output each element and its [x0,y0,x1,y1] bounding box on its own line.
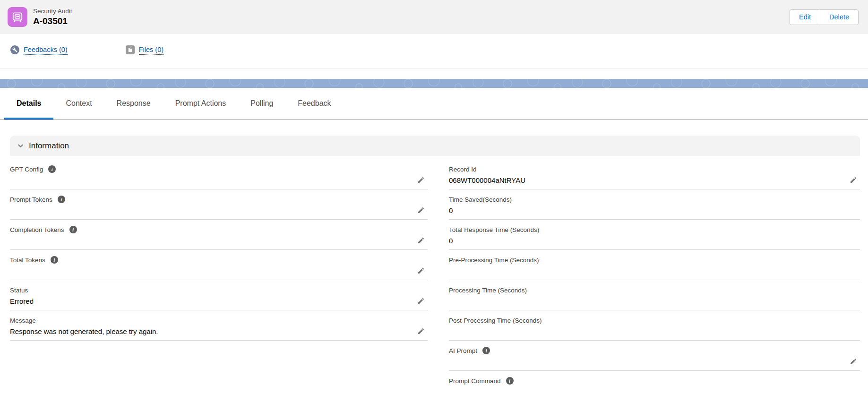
field-row-prompt-tokens: Prompt Tokens i [10,189,428,220]
edit-field-pencil-icon[interactable] [417,327,425,335]
field-label-line: Prompt Command i [449,377,838,385]
edit-field-pencil-icon[interactable] [417,267,425,275]
field-label-line: Record Id i [449,165,838,173]
wrench-icon [10,45,19,54]
field-value [10,204,406,216]
field-column-right: Record Id i 068WT000004aNtRYAU Time Save… [449,159,860,394]
info-icon[interactable]: i [48,165,56,173]
field-row-pre-processing-time-seconds: Pre-Processing Time (Seconds) i [449,250,860,280]
safe-icon [11,11,24,23]
field-label: Status [10,287,28,294]
security-audit-object-icon [8,7,27,27]
tab-context[interactable]: Context [53,87,104,120]
edit-field-pencil-icon[interactable] [417,237,425,245]
tab-feedback[interactable]: Feedback [285,87,343,120]
field-label: AI Prompt [449,347,477,354]
field-value [449,385,838,394]
information-section: Information GPT Config i Prompt Tokens i [10,136,860,394]
delete-button[interactable]: Delete [820,9,859,25]
field-label-line: Pre-Processing Time (Seconds) i [449,256,838,264]
field-label-line: Time Saved(Seconds) i [449,195,838,204]
field-label-line: Total Response Time (Seconds) i [449,225,838,234]
edit-field-pencil-icon[interactable] [417,176,425,184]
field-label: Message [10,317,36,324]
info-icon[interactable]: i [506,377,514,385]
tab-bar: DetailsContextResponsePrompt ActionsPoll… [0,88,868,120]
edit-field-pencil-icon[interactable] [417,206,425,214]
file-icon [126,45,135,54]
field-value [449,294,838,307]
field-column-left: GPT Config i Prompt Tokens i Completion … [10,159,428,394]
field-label-line: GPT Config i [10,165,406,173]
field-label: Pre-Processing Time (Seconds) [449,257,539,264]
edit-field-pencil-icon[interactable] [417,297,425,305]
content-card: DetailsContextResponsePrompt ActionsPoll… [0,88,868,394]
field-value: Response was not generated, please try a… [10,325,406,337]
field-label-line: Total Tokens i [10,256,406,264]
field-row-status: Status i Errored [10,280,428,310]
field-label-line: AI Prompt i [449,346,838,355]
field-label-line: Status i [10,286,406,294]
decorative-band [0,79,868,88]
field-value [10,234,406,247]
info-icon[interactable]: i [69,226,77,233]
section-title: Information [29,141,69,151]
info-icon[interactable]: i [482,347,490,354]
tab-details[interactable]: Details [4,87,53,120]
field-label-line: Processing Time (Seconds) i [449,286,838,294]
field-row-ai-prompt: AI Prompt i [449,341,860,371]
field-value: 068WT000004aNtRYAU [449,173,838,186]
field-label: Post-Processing Time (Seconds) [449,317,542,324]
field-label: Prompt Tokens [10,196,52,203]
field-value: Errored [10,294,406,307]
related-list-link-feedbacks[interactable]: Feedbacks (0) [10,45,68,55]
field-row-gpt-config: GPT Config i [10,159,428,189]
info-icon[interactable]: i [58,196,65,203]
edit-field-pencil-icon[interactable] [849,358,857,366]
edit-button[interactable]: Edit [790,9,820,25]
field-label: Total Response Time (Seconds) [449,226,539,233]
field-label-line: Post-Processing Time (Seconds) i [449,316,838,325]
record-name: A-03501 [33,16,72,27]
field-label: GPT Config [10,166,43,173]
field-value: 0 [449,204,838,216]
field-value [10,173,406,186]
title-block: Security Audit A-03501 [33,7,72,27]
field-label: Prompt Command [449,377,501,385]
field-value [449,325,838,337]
field-label: Completion Tokens [10,226,64,233]
field-label: Processing Time (Seconds) [449,287,527,294]
field-row-total-response-time-seconds: Total Response Time (Seconds) i 0 [449,220,860,250]
record-action-buttons: Edit Delete [790,9,859,25]
tab-polling[interactable]: Polling [238,87,285,120]
field-label-line: Message i [10,316,406,325]
record-header: Security Audit A-03501 Edit Delete [0,0,868,34]
spacer [0,69,868,79]
tab-prompt-actions[interactable]: Prompt Actions [163,87,239,120]
field-value [449,264,838,277]
record-page: Security Audit A-03501 Edit Delete Feedb… [0,0,868,394]
field-value: 0 [449,234,838,247]
object-label: Security Audit [33,7,72,15]
field-value [449,355,838,368]
field-value [10,264,406,277]
edit-field-pencil-icon[interactable] [849,176,857,184]
field-label-line: Prompt Tokens i [10,195,406,204]
field-grid: GPT Config i Prompt Tokens i Completion … [10,156,860,394]
field-row-prompt-command: Prompt Command i [449,371,860,394]
field-row-message: Message i Response was not generated, pl… [10,310,428,341]
related-list-link-files[interactable]: Files (0) [126,45,163,55]
info-icon[interactable]: i [51,256,58,264]
field-row-time-saved-seconds: Time Saved(Seconds) i 0 [449,189,860,220]
field-row-total-tokens: Total Tokens i [10,250,428,280]
tab-response[interactable]: Response [104,87,163,120]
related-lists-row: Feedbacks (0) Files (0) [0,34,868,69]
record-identity: Security Audit A-03501 [8,7,72,27]
information-section-header[interactable]: Information [10,136,860,156]
field-label: Record Id [449,166,477,173]
field-row-record-id: Record Id i 068WT000004aNtRYAU [449,159,860,189]
field-label-line: Completion Tokens i [10,225,406,234]
field-row-processing-time-seconds: Processing Time (Seconds) i [449,280,860,310]
field-row-completion-tokens: Completion Tokens i [10,220,428,250]
field-label: Total Tokens [10,257,45,264]
